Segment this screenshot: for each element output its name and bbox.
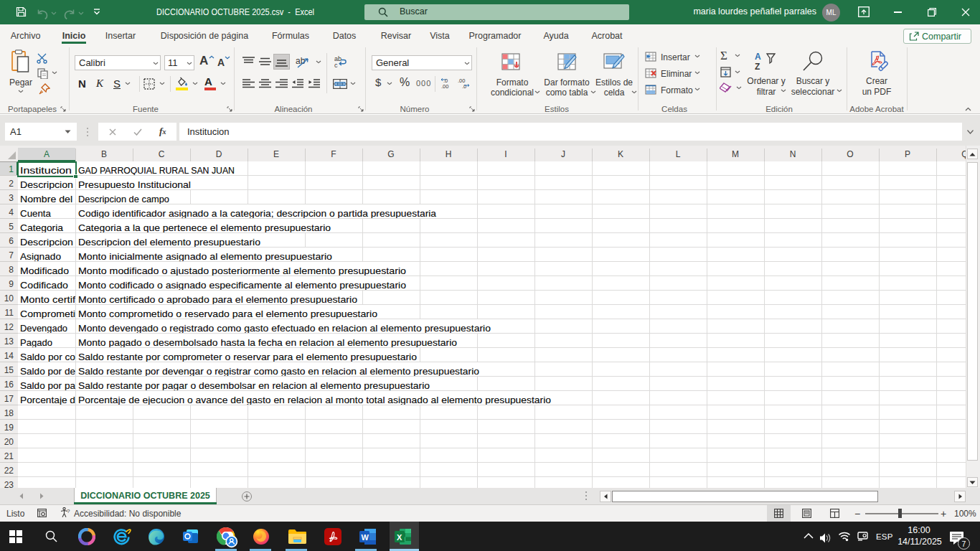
svg-text:?: ? xyxy=(67,508,70,514)
svg-text:Z: Z xyxy=(755,62,760,72)
svg-text:.00: .00 xyxy=(441,83,448,89)
svg-text:c: c xyxy=(334,62,338,68)
svg-text:W: W xyxy=(361,533,369,542)
svg-text:X: X xyxy=(397,533,402,542)
svg-text:A: A xyxy=(755,52,761,62)
